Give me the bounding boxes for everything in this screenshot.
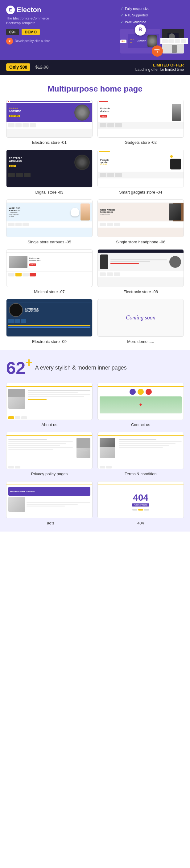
- store-03-label: Digital store -03: [35, 190, 63, 194]
- count-area: 62 +: [6, 359, 33, 377]
- inner-pages-section: 62 + A every stylish & modern inner page…: [0, 350, 190, 532]
- store-08-label: Electronic store -08: [123, 289, 158, 294]
- check-icon-1: ✓: [120, 6, 123, 12]
- store-09-thumbnail: LIVEMOBILE HEADPHONE: [6, 299, 92, 337]
- features-list: ✓ Fully responsive ✓ RTL Supported ✓ W3c…: [120, 6, 184, 54]
- store-09-label: Electronic store -09: [32, 339, 67, 344]
- feature-1: ✓ Fully responsive: [120, 6, 184, 12]
- contact-thumbnail: [98, 383, 184, 420]
- price-offer: LIMITED OFFER Lauching offer for limited…: [136, 63, 184, 72]
- tagline: The Electronics eCommerce Bootstrap Temp…: [6, 16, 49, 26]
- store-06-item: Noise wireless headphones General mood S…: [98, 199, 184, 244]
- badges: 09+ DEMO: [6, 29, 50, 35]
- limited-offer-label: LIMITED OFFER: [136, 63, 184, 67]
- feature-3: ✓ W3c validated: [120, 19, 184, 26]
- error-404-text: 404: [133, 493, 148, 502]
- inner-desc: A every stylish & modern inner pages: [35, 364, 127, 372]
- logo: E Electon: [6, 6, 50, 14]
- store-04-item: Portable speaker $12:00: [98, 150, 184, 194]
- logo-area: E Electon The Electronics eCommerce Boot…: [6, 6, 50, 44]
- logo-icon: E: [6, 6, 15, 14]
- badge-demo[interactable]: DEMO: [22, 29, 40, 35]
- author-badge: ★ Developed by elite author: [6, 38, 50, 44]
- store-03-thumbnail: PORTABLE WIRELESS SHOP: [6, 150, 92, 187]
- store-02-label: Gadgets store -02: [125, 140, 157, 145]
- store-01-item: DSLR 360 CAMERA SHOP NOW Electronic sto: [6, 100, 92, 145]
- logo-text: Electon: [17, 6, 41, 14]
- error404-label: 404: [137, 521, 144, 525]
- homepage-section: Multipurpose home page DSLR 360 CAMERA S…: [0, 75, 190, 350]
- offer-desc: Lauching offer for limited time: [136, 67, 184, 72]
- store-05-thumbnail: WIRELESS EARBUDS One product Now availab…: [6, 199, 92, 237]
- coming-soon-item: Coming soon More demo......: [98, 299, 184, 344]
- header: E Electon The Electronics eCommerce Boot…: [0, 0, 190, 60]
- old-price: $12.00: [35, 65, 48, 69]
- store-08-thumbnail: [98, 249, 184, 287]
- inner-section-title: 62 + A every stylish & modern inner page…: [6, 359, 184, 377]
- privacy-thumbnail: [6, 432, 92, 469]
- inner-pages-grid: About us: [6, 383, 184, 525]
- header-main-screenshot: DSLR 360 CAMERA B: [120, 29, 160, 54]
- store-07-label: Minimal store -07: [34, 289, 65, 294]
- author-text: Developed by elite author: [15, 39, 50, 43]
- bootstrap-icon: B: [139, 25, 142, 34]
- error-subtitle: PAGE NOT FOUND: [132, 503, 150, 506]
- author-icon: ★: [6, 38, 13, 44]
- current-price: Only $08: [6, 63, 30, 71]
- store-04-thumbnail: Portable speaker $12:00: [98, 150, 184, 187]
- faq-item: Frequently asked questions Faq's: [6, 481, 92, 525]
- store-04-label: Smart gadgets store -04: [119, 190, 162, 194]
- homepage-title: Multipurpose home page: [6, 84, 184, 94]
- faq-thumbnail: Frequently asked questions: [6, 481, 92, 518]
- html5-badge: HTML5: [152, 45, 163, 57]
- price-bar: Only $08 $12.00 LIMITED OFFER Lauching o…: [0, 60, 190, 75]
- store-02-item: Portable devices SHOP Gadgets store -02: [98, 100, 184, 145]
- store-07-item: Explore mac accessories... SHOP Minimal …: [6, 249, 92, 294]
- faq-label: Faq's: [44, 521, 54, 525]
- store-03-item: PORTABLE WIRELESS SHOP Digital store -03: [6, 150, 92, 194]
- terms-item: Terms & condition: [98, 432, 184, 476]
- check-icon-2: ✓: [120, 12, 123, 19]
- store-05-label: Single store earbuds -05: [28, 240, 71, 244]
- homepage-section-title: Multipurpose home page: [0, 75, 190, 100]
- badge-number: 09+: [6, 29, 19, 35]
- logo-letter: E: [9, 7, 12, 12]
- store-01-thumbnail: DSLR 360 CAMERA SHOP NOW: [6, 100, 92, 137]
- plus-sign: +: [25, 356, 32, 369]
- coming-soon-label: More demo......: [127, 339, 154, 344]
- header-screenshots: DSLR 360 CAMERA B: [120, 29, 184, 54]
- terms-thumbnail: [98, 432, 184, 469]
- store-05-item: WIRELESS EARBUDS One product Now availab…: [6, 199, 92, 244]
- coming-soon-thumbnail: Coming soon: [98, 299, 184, 337]
- store-06-thumbnail: Noise wireless headphones General mood: [98, 199, 184, 237]
- store-07-thumbnail: Explore mac accessories... SHOP: [6, 249, 92, 287]
- store-01-label: Electronic store -01: [32, 140, 67, 145]
- error404-item: 404 PAGE NOT FOUND 404: [98, 481, 184, 525]
- coming-soon-text: Coming soon: [126, 314, 155, 321]
- feature-2: ✓ RTL Supported: [120, 12, 184, 19]
- store-06-label: Single store headphone -06: [116, 240, 165, 244]
- check-icon-3: ✓: [120, 19, 123, 26]
- bootstrap-badge: B: [135, 24, 146, 36]
- about-item: About us: [6, 383, 92, 427]
- about-thumbnail: [6, 383, 92, 420]
- privacy-label: Privacy policy pages: [31, 472, 68, 476]
- store-02-thumbnail: Portable devices SHOP: [98, 100, 184, 137]
- terms-label: Terms & condition: [125, 472, 156, 476]
- homepage-grid: DSLR 360 CAMERA SHOP NOW Electronic sto: [0, 100, 190, 350]
- page-count: 62: [6, 359, 25, 377]
- about-label: About us: [41, 423, 57, 427]
- store-09-item: LIVEMOBILE HEADPHONE Electronic store -0…: [6, 299, 92, 344]
- error404-thumbnail: 404 PAGE NOT FOUND: [98, 481, 184, 518]
- contact-item: Contact us: [98, 383, 184, 427]
- store-08-item: Electronic store -08: [98, 249, 184, 294]
- contact-label: Contact us: [131, 423, 150, 427]
- privacy-item: Privacy policy pages: [6, 432, 92, 476]
